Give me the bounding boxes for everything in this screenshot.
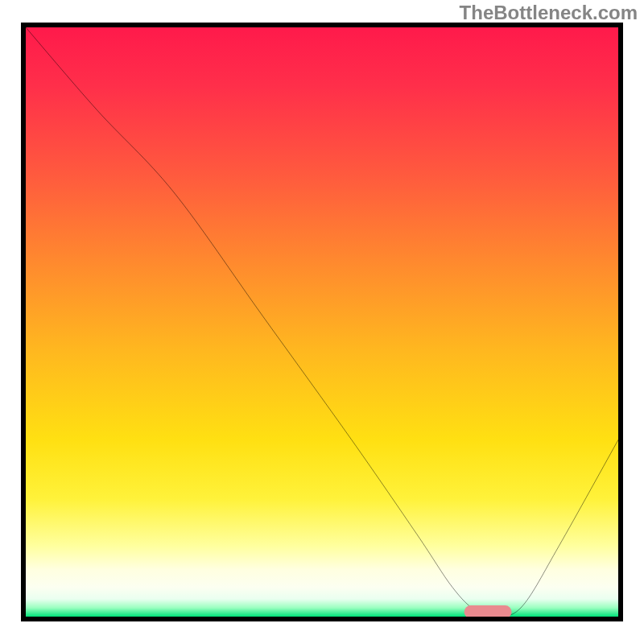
watermark-text: TheBottleneck.com	[460, 2, 638, 24]
plot-area	[21, 23, 623, 621]
chart-container: TheBottleneck.com	[0, 0, 644, 644]
bottleneck-curve	[26, 27, 618, 617]
chart-svg	[26, 27, 618, 617]
optimal-marker	[464, 605, 512, 617]
